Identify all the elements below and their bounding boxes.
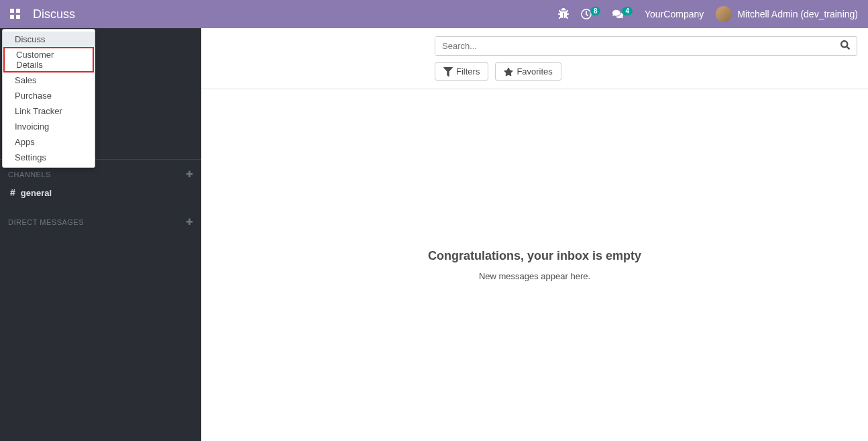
add-channel-icon[interactable]: ✚ [186, 169, 194, 179]
channel-name: general [21, 188, 52, 198]
search-wrapper [435, 36, 857, 56]
activity-badge: 8 [590, 7, 601, 15]
filters-label: Filters [456, 66, 480, 77]
filter-row: Filters Favorites [435, 62, 857, 81]
channels-label: CHANNELS [8, 170, 51, 179]
dropdown-item-customer-details[interactable]: Customer Details [3, 47, 94, 72]
dropdown-item-apps[interactable]: Apps [3, 134, 95, 150]
dropdown-item-sales[interactable]: Sales [3, 72, 95, 88]
debug-icon[interactable] [558, 8, 569, 21]
star-icon [504, 67, 513, 77]
filters-button[interactable]: Filters [435, 62, 488, 81]
dropdown-item-purchase[interactable]: Purchase [3, 88, 95, 103]
hash-icon: # [10, 187, 15, 198]
main-content: Filters Favorites Congratulations, your … [201, 28, 868, 441]
search-row [212, 36, 857, 56]
company-name[interactable]: YourCompany [645, 9, 704, 19]
user-menu[interactable]: Mitchell Admin (dev_training) [716, 6, 858, 22]
apps-dropdown-menu: DiscussCustomer DetailsSalesPurchaseLink… [2, 29, 95, 168]
dropdown-item-invoicing[interactable]: Invoicing [3, 119, 95, 134]
app-title[interactable]: Discuss [33, 7, 75, 21]
favorites-label: Favorites [517, 66, 552, 77]
favorites-button[interactable]: Favorites [495, 62, 561, 81]
content-body: Congratulations, your inbox is empty New… [201, 89, 868, 441]
avatar [716, 6, 732, 22]
search-icon[interactable] [834, 38, 857, 54]
empty-subtitle: New messages appear here. [479, 271, 590, 281]
add-dm-icon[interactable]: ✚ [186, 217, 194, 227]
body: CHANNELS ✚ # general DIRECT MESSAGES ✚ [0, 28, 868, 441]
search-input[interactable] [435, 37, 834, 55]
header-right: 8 4 YourCompany Mitchell Admin (dev_trai… [558, 6, 858, 22]
dm-header: DIRECT MESSAGES ✚ [0, 213, 201, 231]
dropdown-item-settings[interactable]: Settings [3, 150, 95, 165]
apps-icon[interactable] [10, 9, 21, 19]
channels-header: CHANNELS ✚ [0, 165, 201, 183]
empty-title: Congratulations, your inbox is empty [428, 249, 641, 263]
header-left: Discuss [10, 7, 75, 21]
messages-badge: 4 [622, 7, 633, 15]
dropdown-item-discuss[interactable]: Discuss [3, 32, 95, 47]
app-header: Discuss 8 4 YourCompany Mitchell Admin (… [0, 0, 868, 28]
toolbar: Filters Favorites [201, 28, 868, 89]
dm-label: DIRECT MESSAGES [8, 218, 84, 226]
channel-general[interactable]: # general [0, 183, 201, 202]
messages-indicator[interactable]: 4 [612, 9, 633, 19]
filter-icon [443, 67, 453, 77]
dropdown-item-link-tracker[interactable]: Link Tracker [3, 103, 95, 119]
sidebar-dm-section: DIRECT MESSAGES ✚ [0, 207, 201, 236]
user-name: Mitchell Admin (dev_training) [737, 9, 858, 19]
activity-indicator[interactable]: 8 [581, 9, 601, 19]
